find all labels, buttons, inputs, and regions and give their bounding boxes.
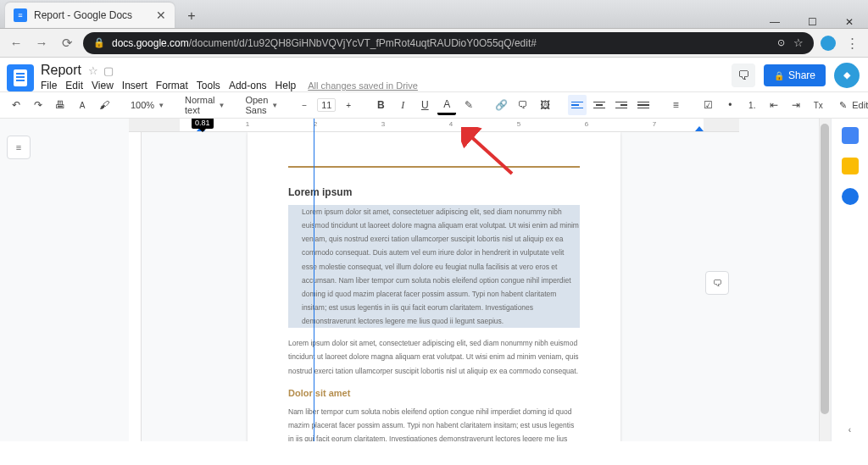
right-indent-marker[interactable] [695,126,704,131]
side-panel: ‹ [831,119,868,441]
window-controls: — ☐ ✕ [756,16,868,28]
menu-view[interactable]: View [92,80,114,91]
address-bar[interactable]: 🔒 docs.google.com/document/d/1u92QH8GiHN… [83,32,814,54]
tab-title: Report - Google Docs [34,9,132,21]
paragraph[interactable]: Lorem ipsum dolor sit amet, consectetuer… [288,336,580,377]
star-icon[interactable]: ☆ [88,64,98,77]
zoom-select[interactable]: 100%▼ [127,100,168,110]
chevron-down-icon: ▼ [271,102,278,109]
ruler-mark: 3 [381,120,385,128]
bookmark-star-icon[interactable]: ☆ [793,36,804,49]
lock-icon: 🔒 [93,37,105,48]
save-status[interactable]: All changes saved in Drive [308,80,418,91]
insert-image-button[interactable]: 🖼 [536,95,554,115]
extension-icon[interactable] [821,36,836,51]
align-center-button[interactable] [590,95,609,115]
heading-1[interactable]: Lorem ipsum [288,186,580,198]
browser-toolbar: ← → ⟳ 🔒 docs.google.com/document/d/1u92Q… [0,29,868,58]
chevron-down-icon: ▼ [219,102,225,109]
increase-indent-button[interactable]: ⇥ [787,95,805,115]
paragraph-style-select[interactable]: Normal text▼ [181,95,228,115]
title-rule [288,166,580,168]
undo-button[interactable]: ↶ [7,95,25,115]
vertical-scrollbar[interactable] [819,119,831,441]
indent-tooltip: 0.81 [192,119,214,129]
ruler-mark: 4 [449,120,453,128]
ruler-mark: 5 [517,120,520,128]
account-avatar[interactable]: ⯁ [834,63,860,88]
tab-close-icon[interactable]: ✕ [156,8,166,22]
font-size-decrease[interactable]: − [295,95,314,115]
indent-guide-line [314,119,314,441]
paragraph[interactable]: Nam liber tempor cum soluta nobis eleife… [288,405,580,441]
document-canvas[interactable]: 0.81 1 2 3 4 5 6 7 Lorem ipsum [37,119,831,441]
browser-menu-button[interactable]: ⋮ [843,34,861,53]
outline-toggle-button[interactable]: ≡ [7,136,31,159]
paragraph-selected[interactable]: Lorem ipsum dolor sit amet, consectetuer… [288,205,580,328]
highlight-color-button[interactable]: ✎ [459,95,478,115]
underline-button[interactable]: U [415,95,434,115]
browser-tab-strip: ≡ Report - Google Docs ✕ + — ☐ ✕ [0,0,868,29]
menu-tools[interactable]: Tools [197,80,220,91]
add-comment-button[interactable]: 🗨 [514,95,532,115]
menu-edit[interactable]: Edit [65,80,83,91]
formatting-toolbar: ↶ ↷ 🖶 A 🖌 100%▼ Normal text▼ Open Sans▼ … [0,91,868,119]
print-button[interactable]: 🖶 [51,95,70,115]
menu-format[interactable]: Format [156,80,188,91]
menu-insert[interactable]: Insert [122,80,147,91]
decrease-indent-button[interactable]: ⇤ [765,95,783,115]
text-color-button[interactable]: A [437,95,456,115]
bold-button[interactable]: B [371,95,390,115]
menu-file[interactable]: File [41,80,57,91]
nav-forward-button[interactable]: → [32,34,51,53]
redo-button[interactable]: ↷ [29,95,47,115]
window-minimize-button[interactable]: — [756,16,793,28]
window-close-button[interactable]: ✕ [831,16,868,28]
share-button[interactable]: Share [764,64,826,86]
menu-help[interactable]: Help [275,80,297,91]
calendar-icon[interactable] [842,127,859,144]
workspace: ≡ 0.81 1 2 3 4 5 6 7 [0,119,868,441]
align-right-button[interactable] [612,95,631,115]
browser-tab[interactable]: ≡ Report - Google Docs ✕ [5,3,175,28]
heading-2[interactable]: Dolor sit amet [288,388,580,398]
document-page[interactable]: Lorem ipsum Lorem ipsum dolor sit amet, … [248,132,620,441]
font-size-input[interactable]: 11 [317,98,336,112]
add-comment-fab[interactable]: 🗨 [705,271,729,295]
nav-reload-button[interactable]: ⟳ [58,34,76,53]
font-family-select[interactable]: Open Sans▼ [242,95,281,115]
nav-back-button[interactable]: ← [7,34,25,53]
paint-format-button[interactable]: 🖌 [95,95,114,115]
tasks-icon[interactable] [842,188,859,205]
editing-mode-select[interactable]: ✎ Editing ▼ [834,100,868,111]
docs-logo-icon[interactable] [7,64,34,91]
insert-link-button[interactable]: 🔗 [492,95,510,115]
clear-formatting-button[interactable]: Tx [809,95,827,115]
numbered-list-button[interactable]: 1. [743,95,761,115]
font-size-increase[interactable]: + [339,95,358,115]
docs-header: Report ☆ ▢ File Edit View Insert Format … [0,58,868,91]
docs-favicon-icon: ≡ [14,8,27,22]
line-spacing-button[interactable]: ≡ [666,95,685,115]
horizontal-ruler[interactable]: 0.81 1 2 3 4 5 6 7 [129,119,739,132]
ruler-mark: 7 [653,120,656,128]
window-maximize-button[interactable]: ☐ [793,16,831,28]
pencil-icon: ✎ [839,100,847,111]
document-title[interactable]: Report [41,63,81,78]
menu-addons[interactable]: Add-ons [229,80,267,91]
chevron-down-icon: ▼ [158,102,164,109]
checklist-button[interactable]: ☑ [698,95,717,115]
open-comments-button[interactable]: 🗨 [732,64,755,87]
google-lens-icon[interactable]: ⊙ [777,37,785,48]
keep-icon[interactable] [842,158,859,174]
hide-sidepanel-button[interactable]: ‹ [849,425,851,435]
url-text: docs.google.com/document/d/1u92QH8GiHNbV… [112,37,537,49]
move-icon[interactable]: ▢ [103,64,114,77]
italic-button[interactable]: I [393,95,412,115]
vertical-ruler[interactable] [129,132,142,441]
align-left-button[interactable] [568,95,587,115]
bulleted-list-button[interactable]: • [721,95,739,115]
align-justify-button[interactable] [634,95,653,115]
spellcheck-button[interactable]: A [73,95,92,115]
new-tab-button[interactable]: + [180,4,203,28]
